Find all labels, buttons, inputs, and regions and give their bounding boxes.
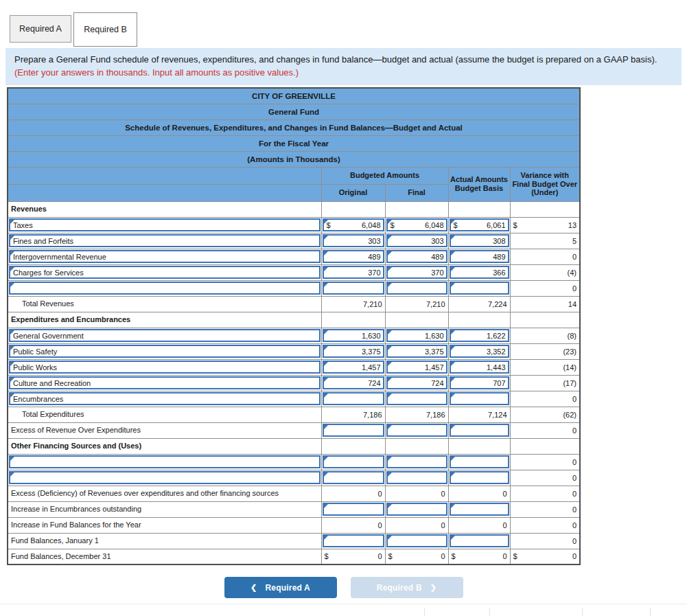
amount-value: 13 bbox=[568, 221, 577, 229]
label-input-value: Charges for Services bbox=[13, 269, 84, 277]
required-b-button[interactable]: Required B ❯ bbox=[351, 577, 463, 598]
amount-input[interactable] bbox=[323, 503, 384, 516]
amount-input[interactable] bbox=[386, 392, 447, 405]
amount-input[interactable]: 3,375 bbox=[323, 345, 384, 358]
label-input[interactable]: Intergovernmental Revenue bbox=[9, 250, 321, 263]
amount-input[interactable]: 3,375 bbox=[386, 345, 447, 358]
amount-input[interactable]: 1,622 bbox=[450, 329, 509, 342]
amount-input-value: 303 bbox=[368, 237, 380, 245]
amount-input[interactable]: 1,457 bbox=[323, 361, 384, 374]
empty-cell bbox=[510, 201, 580, 217]
label-input[interactable]: Public Safety bbox=[9, 345, 321, 358]
table-row: Excess (Deficiency) of Revenues over exp… bbox=[8, 486, 580, 501]
empty-cell bbox=[385, 312, 448, 328]
amount-input[interactable] bbox=[323, 282, 384, 295]
amount-input[interactable]: 366 bbox=[450, 266, 509, 279]
empty-cell bbox=[448, 312, 510, 328]
amount-input[interactable]: 724 bbox=[386, 376, 447, 389]
amount-input-cell: $6,048 bbox=[321, 217, 385, 233]
label-input[interactable]: General Government bbox=[9, 329, 321, 342]
input-corner-flag bbox=[324, 457, 328, 461]
row-label-cell bbox=[8, 280, 321, 296]
label-input[interactable] bbox=[9, 455, 321, 468]
label-input[interactable]: Encumbrances bbox=[9, 392, 321, 405]
column-header-budgeted-amounts: Budgeted Amounts bbox=[321, 167, 448, 184]
amount-input-value: 370 bbox=[368, 269, 380, 277]
row-label: Excess (Deficiency) of Revenues over exp… bbox=[8, 486, 321, 501]
amount-input[interactable] bbox=[323, 392, 384, 405]
amount-input[interactable]: 370 bbox=[386, 266, 447, 279]
label-input[interactable]: Charges for Services bbox=[9, 266, 321, 279]
amount-input[interactable] bbox=[450, 534, 509, 547]
amount-input-value: 707 bbox=[493, 379, 505, 387]
amount-input[interactable] bbox=[450, 471, 509, 484]
empty-cell bbox=[510, 312, 580, 328]
table-title-row: Schedule of Revenues, Expenditures, and … bbox=[8, 119, 580, 135]
amount-input[interactable]: 707 bbox=[450, 376, 509, 389]
amount-input[interactable] bbox=[323, 455, 384, 468]
input-corner-flag bbox=[10, 236, 14, 240]
amount-cell: $0 bbox=[385, 549, 448, 564]
amount-input-value: 1,443 bbox=[487, 363, 506, 372]
amount-input[interactable]: 1,443 bbox=[450, 361, 509, 374]
amount-input[interactable]: 303 bbox=[323, 234, 384, 247]
amount-input[interactable]: $6,048 bbox=[323, 218, 384, 231]
required-a-button[interactable]: ❮ Required A bbox=[224, 577, 337, 598]
amount-input[interactable] bbox=[386, 503, 447, 516]
amount-input-value: 724 bbox=[431, 379, 443, 387]
table-row: Fund Balances, January 10 bbox=[8, 533, 580, 549]
amount-input[interactable]: 489 bbox=[386, 250, 447, 263]
input-corner-flag bbox=[324, 536, 328, 540]
amount-input-cell: 1,457 bbox=[385, 359, 448, 375]
amount-input[interactable] bbox=[386, 424, 447, 437]
label-input[interactable]: Public Works bbox=[9, 361, 321, 374]
label-input[interactable] bbox=[9, 471, 321, 484]
input-corner-flag bbox=[324, 283, 328, 287]
amount-input[interactable] bbox=[323, 534, 384, 547]
label-input[interactable]: Taxes bbox=[9, 218, 321, 231]
tab-required-a[interactable]: Required A bbox=[10, 15, 71, 43]
amount-input[interactable] bbox=[386, 471, 447, 484]
amount-input[interactable] bbox=[450, 503, 509, 516]
amount-input[interactable]: $6,061 bbox=[450, 218, 509, 231]
amount-input[interactable]: 489 bbox=[450, 250, 509, 263]
table-row: Revenues bbox=[8, 201, 580, 217]
amount-input-cell: 366 bbox=[448, 264, 510, 280]
amount-input-cell bbox=[321, 280, 385, 296]
row-label: Increase in Fund Balances for the Year bbox=[8, 517, 321, 533]
label-input[interactable] bbox=[9, 282, 321, 295]
amount-input[interactable] bbox=[386, 455, 447, 468]
amount-input[interactable]: $6,048 bbox=[386, 218, 447, 231]
table-units-title: (Amounts in Thousands) bbox=[8, 151, 580, 167]
amount-input[interactable]: 1,457 bbox=[386, 361, 447, 374]
instruction-text: Prepare a General Fund schedule of reven… bbox=[14, 54, 657, 65]
amount-input[interactable]: 1,630 bbox=[386, 329, 447, 342]
amount-input-cell: 303 bbox=[385, 233, 448, 249]
amount-input[interactable] bbox=[450, 392, 509, 405]
amount-value: 0 bbox=[441, 552, 445, 560]
label-input[interactable]: Culture and Recreation bbox=[9, 376, 321, 389]
amount-input[interactable] bbox=[450, 424, 509, 437]
input-corner-flag bbox=[388, 425, 392, 429]
amount-input[interactable] bbox=[450, 455, 509, 468]
amount-cell: 0 bbox=[510, 280, 580, 296]
amount-input[interactable]: 489 bbox=[323, 250, 384, 263]
amount-input[interactable] bbox=[450, 282, 509, 295]
row-label: Fund Balances, December 31 bbox=[8, 549, 321, 564]
amount-input[interactable]: 370 bbox=[323, 266, 384, 279]
amount-input[interactable]: 724 bbox=[323, 376, 384, 389]
amount-input[interactable]: 3,352 bbox=[450, 345, 509, 358]
column-header-original: Original bbox=[321, 184, 385, 201]
label-input[interactable]: Fines and Forfeits bbox=[9, 234, 321, 247]
amount-input[interactable]: 308 bbox=[450, 234, 509, 247]
amount-input[interactable] bbox=[323, 424, 384, 437]
amount-input[interactable]: 1,630 bbox=[323, 329, 384, 342]
tab-required-b[interactable]: Required B bbox=[73, 12, 137, 47]
amount-input[interactable] bbox=[386, 534, 447, 547]
amount-input[interactable]: 303 bbox=[386, 234, 447, 247]
amount-input[interactable] bbox=[323, 471, 384, 484]
row-label: Fund Balances, January 1 bbox=[8, 533, 321, 549]
table-row: Increase in Encumbrances outstanding0 bbox=[8, 501, 580, 517]
amount-input[interactable] bbox=[386, 282, 447, 295]
column-header-final: Final bbox=[385, 184, 448, 201]
